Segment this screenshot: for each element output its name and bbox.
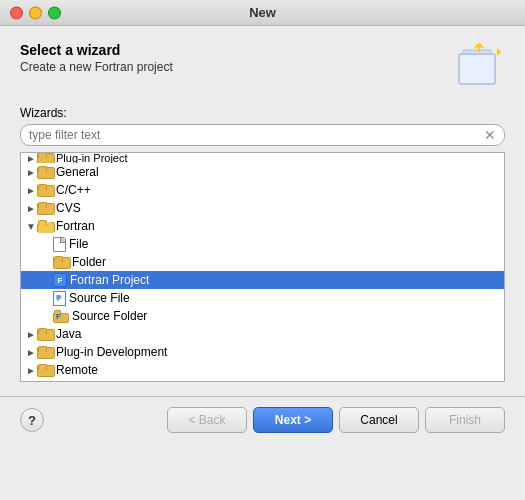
- arrow-icon: ►: [25, 329, 37, 340]
- list-item[interactable]: ► Plug-in Development: [21, 343, 504, 361]
- svg-rect-1: [463, 50, 491, 54]
- header-text: Select a wizard Create a new Fortran pro…: [20, 42, 173, 74]
- fortran-project-icon: F: [53, 273, 67, 287]
- cancel-button[interactable]: Cancel: [339, 407, 419, 433]
- page-title: Select a wizard: [20, 42, 173, 58]
- arrow-icon: ►: [25, 203, 37, 214]
- title-bar: New: [0, 0, 525, 26]
- folder-icon: [53, 256, 69, 269]
- item-label: C/C++: [56, 183, 91, 197]
- list-item[interactable]: F Source Folder: [21, 307, 504, 325]
- list-item[interactable]: ► Plug-in Project: [21, 153, 504, 163]
- close-button[interactable]: [10, 6, 23, 19]
- list-item[interactable]: Folder: [21, 253, 504, 271]
- folder-icon: [37, 202, 53, 215]
- folder-icon: [37, 364, 53, 377]
- folder-icon: [37, 166, 53, 179]
- item-label: Fortran Project: [70, 273, 149, 287]
- folder-icon: [37, 328, 53, 341]
- next-button[interactable]: Next >: [253, 407, 333, 433]
- maximize-button[interactable]: [48, 6, 61, 19]
- title-text: New: [249, 5, 276, 20]
- filter-clear-icon[interactable]: ✕: [484, 128, 496, 142]
- list-item[interactable]: File: [21, 235, 504, 253]
- list-item[interactable]: ► Java: [21, 325, 504, 343]
- item-label: Plug-in Project: [56, 153, 128, 163]
- arrow-icon: ►: [25, 365, 37, 376]
- svg-rect-0: [459, 54, 495, 84]
- list-item[interactable]: F Source File: [21, 289, 504, 307]
- folder-icon: [37, 184, 53, 197]
- title-bar-buttons: [10, 6, 61, 19]
- back-button[interactable]: < Back: [167, 407, 247, 433]
- list-item[interactable]: ► C/C++: [21, 181, 504, 199]
- folder-icon: [37, 382, 53, 383]
- item-label: Plug-in Development: [56, 345, 167, 359]
- minimize-button[interactable]: [29, 6, 42, 19]
- wizards-label: Wizards:: [20, 106, 505, 120]
- item-label: General: [56, 165, 99, 179]
- item-label: Fortran: [56, 219, 95, 233]
- list-item[interactable]: ▼ Fortran: [21, 217, 504, 235]
- header-row: Select a wizard Create a new Fortran pro…: [20, 42, 505, 94]
- list-item[interactable]: F Fortran Project: [21, 271, 504, 289]
- item-label: File: [69, 237, 88, 251]
- item-label: Source File: [69, 291, 130, 305]
- folder-icon: [37, 346, 53, 359]
- button-row: ? < Back Next > Cancel Finish: [0, 397, 525, 443]
- source-file-icon: F: [53, 291, 66, 306]
- arrow-icon: ►: [25, 167, 37, 178]
- wizard-icon: [453, 42, 505, 94]
- dialog-body: Select a wizard Create a new Fortran pro…: [0, 26, 525, 382]
- svg-marker-3: [497, 48, 501, 56]
- page-subtitle: Create a new Fortran project: [20, 60, 173, 74]
- item-label: Source Folder: [72, 309, 147, 323]
- item-label: Java: [56, 327, 81, 341]
- tree-container[interactable]: ► Plug-in Project ► General ► C/C++ ► CV…: [20, 152, 505, 382]
- arrow-icon: ►: [25, 153, 37, 163]
- folder-icon: [37, 220, 53, 233]
- arrow-icon: ►: [25, 347, 37, 358]
- list-item[interactable]: ► Remote System Explorer: [21, 379, 504, 382]
- item-label: CVS: [56, 201, 81, 215]
- item-label: Folder: [72, 255, 106, 269]
- help-button[interactable]: ?: [20, 408, 44, 432]
- arrow-icon: ►: [25, 185, 37, 196]
- finish-button[interactable]: Finish: [425, 407, 505, 433]
- item-label: Remote System Explorer: [56, 381, 189, 382]
- item-label: Remote: [56, 363, 98, 377]
- arrow-icon: ▼: [25, 221, 37, 232]
- list-item[interactable]: ► General: [21, 163, 504, 181]
- folder-icon: [37, 153, 53, 163]
- list-item[interactable]: ► Remote: [21, 361, 504, 379]
- filter-row: ✕: [20, 124, 505, 146]
- list-item[interactable]: ► CVS: [21, 199, 504, 217]
- filter-input[interactable]: [29, 128, 484, 142]
- source-folder-icon: F: [53, 310, 69, 323]
- file-icon: [53, 237, 66, 252]
